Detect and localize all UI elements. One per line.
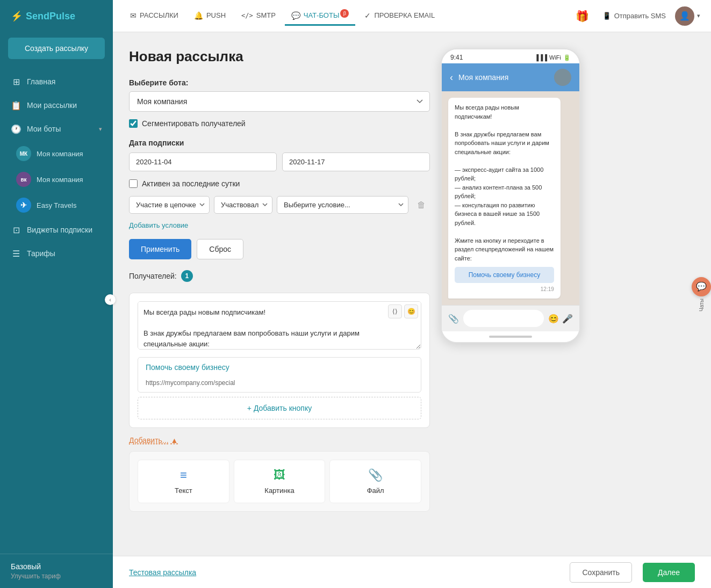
topnav-smtp[interactable]: </> SMTP: [235, 7, 282, 25]
recipients-label: Получателей:: [129, 272, 177, 280]
bot-label: Выберите бота:: [129, 78, 430, 87]
tariffs-icon: ☰: [11, 248, 21, 259]
upgrade-label[interactable]: Улучшить тариф: [11, 572, 102, 580]
phone-bottom-line: [442, 331, 579, 342]
wifi-icon: WiFi: [549, 54, 561, 61]
sub-item-label: Моя компания: [37, 150, 83, 158]
sidebar-item-my-company[interactable]: МК Моя компания: [0, 141, 113, 166]
sidebar-item-easy-travels[interactable]: ✈ Easy Travels: [0, 192, 113, 218]
test-mailing-button[interactable]: Тестовая рассылка: [129, 568, 196, 577]
filter-row: Участие в цепочке Участвовал Выберите ус…: [129, 196, 430, 214]
sidebar-item-label: Виджеты подписки: [27, 226, 102, 234]
user-avatar[interactable]: 👤: [675, 6, 694, 26]
active-checkbox[interactable]: [129, 179, 138, 188]
add-button-row[interactable]: + Добавить кнопку: [138, 397, 421, 419]
back-icon[interactable]: ‹: [450, 72, 453, 83]
sub-item-label: Easy Travels: [37, 201, 76, 209]
add-more-link[interactable]: Добавить... ▲: [129, 436, 430, 445]
phone-msg-button[interactable]: Помочь своему бизнесу: [455, 267, 554, 283]
topnav: ✉ РАССЫЛКИ 🔔 PUSH </> SMTP 💬 ЧАТ-БОТЫ β …: [113, 0, 711, 32]
apply-button[interactable]: Применить: [129, 239, 191, 259]
content-type-file[interactable]: 📎 Файл: [329, 460, 421, 503]
sidebar-item-label: Тарифы: [27, 249, 102, 258]
content-type-text[interactable]: ≡ Текст: [138, 460, 229, 503]
phone-avatar: [554, 69, 571, 86]
phone-input-icons: 😊 🎤: [548, 314, 573, 324]
date-section: Дата подписки: [129, 139, 430, 171]
filter-participated-select[interactable]: Участвовал: [214, 196, 272, 214]
avatar-dropdown-icon[interactable]: ▾: [697, 12, 700, 19]
create-mailing-button[interactable]: Создать рассылку: [8, 38, 105, 59]
add-more-section: Добавить... ▲ ≡ Текст 🖼 Картинка 📎 Файл: [129, 436, 430, 512]
beta-badge: β: [340, 9, 349, 18]
brand-logo: ⚡ SendPulse: [0, 0, 113, 32]
reset-button[interactable]: Сброс: [197, 239, 243, 259]
filter-delete-button[interactable]: 🗑: [413, 198, 430, 212]
brand-name: SendPulse: [26, 11, 75, 22]
button-link-url: https://mycompany.com/special: [138, 377, 421, 392]
topnav-email-check[interactable]: ✓ ПРОВЕРКА EMAIL: [358, 7, 441, 26]
sidebar-item-tariffs[interactable]: ☰ Тарифы: [0, 242, 113, 265]
gift-button[interactable]: 🎁: [571, 5, 593, 27]
main-area: ✉ РАССЫЛКИ 🔔 PUSH </> SMTP 💬 ЧАТ-БОТЫ β …: [113, 0, 711, 588]
sidebar-item-company2[interactable]: вк Моя компания: [0, 166, 113, 192]
save-button[interactable]: Сохранить: [570, 562, 632, 583]
easy-travels-icon: ✈: [16, 198, 31, 213]
topnav-chatbots[interactable]: 💬 ЧАТ-БОТЫ β: [285, 7, 356, 26]
battery-icon: 🔋: [563, 54, 571, 61]
code-icon: </>: [241, 12, 253, 19]
send-sms-button[interactable]: 📱 Отправить SMS: [596, 8, 672, 24]
chevron-down-icon: ▾: [99, 126, 102, 133]
sidebar-item-widgets[interactable]: ⊡ Виджеты подписки: [0, 218, 113, 242]
check-icon: ✓: [364, 11, 371, 20]
bot-select[interactable]: Моя компания: [129, 91, 430, 112]
phone-input-field[interactable]: [463, 310, 544, 327]
text-icon: ≡: [180, 468, 187, 482]
message-textarea-wrapper: Мы всегда рады новым подписчикам! В знак…: [138, 301, 421, 352]
chats-label: Чаты: [699, 299, 705, 311]
file-icon: 📎: [368, 468, 383, 482]
phone-msg-text: Мы всегда рады новым подписчикам! В знак…: [455, 103, 554, 263]
tier-label: Базовый: [11, 562, 102, 571]
chats-button[interactable]: 💬: [692, 277, 711, 296]
content-type-image-label: Картинка: [264, 487, 294, 495]
bell-icon: 🔔: [194, 11, 203, 20]
button-link-block: Помочь своему бизнесу https://mycompany.…: [138, 357, 421, 393]
recipients-badge: 1: [181, 270, 193, 282]
filter-chain-select[interactable]: Участие в цепочке: [129, 196, 210, 214]
sidebar-item-mailings[interactable]: 📋 Мои рассылки: [0, 93, 113, 117]
sidebar-item-bots[interactable]: 🕐 Мои боты ▾: [0, 117, 113, 141]
date-to-input[interactable]: [282, 153, 430, 171]
emoji-button[interactable]: 😊: [404, 304, 418, 318]
form-panel: Новая рассылка Выберите бота: Моя компан…: [129, 48, 430, 512]
sms-icon: 📱: [602, 12, 611, 20]
content-type-image[interactable]: 🖼 Картинка: [234, 460, 326, 503]
phone-status-right: ▐▐▐ WiFi 🔋: [535, 54, 571, 61]
filter-condition-select[interactable]: Выберите условие...: [277, 196, 408, 214]
segment-label[interactable]: Сегментировать получателей: [142, 119, 246, 128]
next-button[interactable]: Далее: [643, 563, 695, 582]
variable-button[interactable]: ⟨⟩: [388, 304, 402, 318]
topnav-push[interactable]: 🔔 PUSH: [188, 7, 232, 26]
mail-icon: ✉: [130, 11, 137, 20]
phone-input-bar: 📎 😊 🎤: [442, 305, 579, 331]
phone-msg-time: 12:19: [455, 285, 554, 293]
sidebar-collapse-button[interactable]: ‹: [105, 294, 116, 305]
add-more-arrow: ▲: [171, 436, 178, 445]
sidebar: ⚡ SendPulse Создать рассылку ⊞ Главная 📋…: [0, 0, 113, 588]
phone-messages: Мы всегда рады новым подписчикам! В знак…: [442, 91, 579, 305]
date-from-input[interactable]: [129, 153, 277, 171]
button-link-title[interactable]: Помочь своему бизнесу: [138, 358, 421, 377]
chat-icon: 💬: [291, 11, 300, 20]
active-label[interactable]: Активен за последние сутки: [142, 179, 240, 188]
add-condition-link[interactable]: Добавить условие: [129, 221, 188, 229]
message-textarea[interactable]: Мы всегда рады новым подписчикам! В знак…: [138, 301, 421, 350]
sidebar-item-home[interactable]: ⊞ Главная: [0, 70, 113, 93]
phone-time: 9:41: [450, 54, 463, 61]
topnav-mailings[interactable]: ✉ РАССЫЛКИ: [124, 7, 185, 26]
emoji-icon: 😊: [548, 314, 559, 324]
segment-checkbox[interactable]: [129, 119, 138, 128]
action-buttons: Применить Сброс: [129, 239, 430, 259]
phone-message: Мы всегда рады новым подписчикам! В знак…: [448, 98, 561, 299]
sidebar-item-label: Главная: [27, 77, 102, 86]
